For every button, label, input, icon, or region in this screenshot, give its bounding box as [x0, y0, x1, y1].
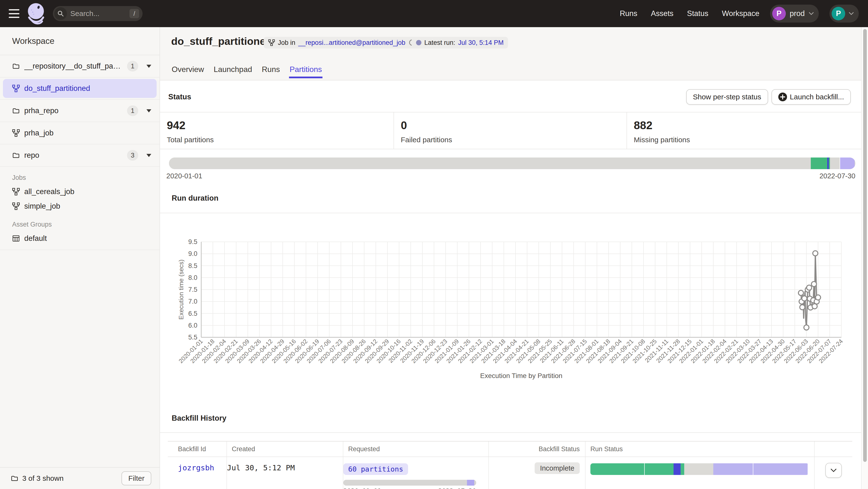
requested-partitions-badge[interactable]: 60 partitions — [343, 463, 408, 475]
y-tick-label: 6.0 — [188, 322, 197, 329]
sidebar-item-default[interactable]: default — [0, 231, 159, 246]
sidebar-item-do-stuff-partitioned[interactable]: do_stuff_partitioned — [0, 77, 159, 100]
expand-row-button[interactable] — [825, 463, 842, 478]
backfill-history-title: Backfill History — [172, 414, 226, 423]
status-section-title: Status — [168, 93, 191, 101]
caret-down-icon[interactable] — [147, 154, 151, 157]
stat-value: 942 — [167, 119, 394, 132]
data-point-marker — [804, 325, 809, 330]
sidebar-item-label: simple_job — [24, 202, 60, 210]
scrollbar-thumb[interactable] — [863, 29, 867, 462]
page-scrollbar[interactable] — [862, 27, 868, 489]
bar-segment — [681, 463, 684, 475]
nav-link-runs[interactable]: Runs — [620, 9, 637, 18]
data-point-marker — [811, 282, 816, 287]
y-axis-label: Execution time (secs) — [178, 260, 185, 320]
column-header-run-status: Run Status — [585, 442, 814, 457]
sidebar-item-label: prha_repo — [24, 106, 123, 115]
partition-status-bar[interactable] — [169, 158, 856, 169]
sidebar-footer: 3 of 3 shown Filter — [0, 467, 159, 489]
stat-label: Failed partitions — [401, 136, 626, 144]
nav-link-assets[interactable]: Assets — [651, 9, 674, 18]
nav-link-status[interactable]: Status — [687, 9, 709, 18]
bar-segment — [811, 158, 827, 169]
bar-segment — [830, 158, 840, 169]
nav-link-workspace[interactable]: Workspace — [722, 9, 760, 18]
sidebar-item--repository-do-stuff-partitio-[interactable]: __repository__do_stuff_partitio...1 — [0, 55, 159, 77]
y-tick-label: 7.0 — [188, 298, 197, 305]
requested-range-bar — [343, 480, 476, 486]
sidebar-item-simple_job[interactable]: simple_job — [0, 199, 159, 214]
folder-icon — [11, 475, 19, 482]
sidebar-item-label: repo — [24, 151, 123, 160]
chevron-down-icon — [809, 12, 814, 15]
folder-icon — [12, 62, 20, 70]
main-content: do_stuff_partitioned Job in __reposi...a… — [160, 27, 862, 489]
search-icon — [54, 7, 67, 20]
caret-down-icon[interactable] — [147, 109, 151, 112]
filter-button[interactable]: Filter — [121, 471, 151, 485]
bar-segment — [684, 463, 713, 475]
dagster-logo-icon[interactable] — [26, 2, 45, 25]
bar-segment — [713, 463, 753, 475]
sidebar-item-all_cereals_job[interactable]: all_cereals_job — [0, 185, 159, 199]
partition-range-start: 2020-01-01 — [166, 172, 202, 180]
data-point-marker — [807, 285, 812, 290]
stat-missing-partitions: 882Missing partitions — [626, 112, 861, 149]
user-menu[interactable]: P — [830, 5, 859, 23]
data-point-marker — [813, 251, 818, 256]
stat-value: 0 — [401, 119, 626, 132]
cell-backfill-status: Incomplete — [488, 457, 585, 489]
sidebar-item-label: default — [24, 234, 47, 243]
data-point-marker — [816, 295, 821, 300]
global-search[interactable]: / — [53, 6, 143, 21]
column-header-backfill-status: Backfill Status — [488, 442, 585, 457]
folder-icon — [12, 152, 20, 159]
requested-range-start: 2020-01-01 — [343, 488, 381, 489]
column-header-created: Created — [226, 442, 343, 457]
cell-requested: 60 partitions 2020-01-01 2022-07-30 — [343, 457, 488, 489]
workspace-sidebar: Workspace __repository__do_stuff_partiti… — [0, 27, 160, 489]
run-status-bar[interactable] — [590, 463, 809, 475]
caret-down-icon[interactable] — [147, 65, 151, 68]
sidebar-section-jobs: Jobs — [0, 167, 159, 185]
cell-run-status — [585, 457, 814, 489]
y-tick-label: 8.5 — [188, 262, 197, 269]
search-input[interactable] — [70, 9, 129, 18]
item-count-badge: 3 — [127, 150, 138, 161]
show-per-step-status-button[interactable]: Show per-step status — [686, 89, 768, 105]
repos-shown-count: 3 of 3 shown — [22, 474, 121, 483]
y-tick-label: 9.0 — [188, 250, 197, 257]
tab-launchpad[interactable]: Launchpad — [213, 65, 252, 78]
launch-backfill-button[interactable]: Launch backfill... — [772, 89, 851, 105]
y-tick-label: 7.5 — [188, 286, 197, 293]
job-origin-prefix: Job in — [278, 39, 295, 46]
sidebar-item-prha-job[interactable]: prha_job — [0, 122, 159, 144]
column-header-actions — [814, 442, 852, 457]
chevron-down-icon — [848, 12, 854, 15]
stat-label: Missing partitions — [634, 136, 861, 144]
latest-run-label: Latest run: — [424, 39, 455, 46]
page-header: do_stuff_partitioned Job in __reposi...a… — [160, 27, 861, 80]
top-nav-links: RunsAssetsStatusWorkspace — [620, 9, 760, 18]
tab-overview[interactable]: Overview — [171, 65, 205, 78]
partition-range: 2020-01-01 2022-07-30 — [166, 172, 856, 180]
table-row: jozrgsbh Jul 30, 5:12 PM 60 partitions 2… — [168, 457, 852, 489]
menu-icon[interactable] — [9, 9, 20, 18]
partition-range-end: 2022-07-30 — [819, 172, 856, 180]
sidebar-item-prha-repo[interactable]: prha_repo1 — [0, 100, 159, 122]
run-status-dot — [416, 40, 422, 45]
sidebar-item-repo[interactable]: repo3 — [0, 144, 159, 167]
latest-run-link[interactable]: Jul 30, 5:14 PM — [458, 39, 504, 46]
job-origin-link[interactable]: __reposi...artitioned@partitioned_job — [298, 39, 405, 46]
show-per-step-status-label: Show per-step status — [693, 93, 761, 101]
job-icon — [12, 129, 20, 137]
tab-partitions[interactable]: Partitions — [289, 65, 322, 78]
job-origin-badge: Job in __reposi...artitioned@partitioned… — [264, 37, 420, 48]
deployment-switcher[interactable]: P prod — [770, 5, 819, 23]
bar-segment — [474, 480, 476, 486]
backfill-id-link[interactable]: jozrgsbh — [178, 463, 214, 472]
cell-backfill-id: jozrgsbh — [168, 457, 226, 489]
tab-runs[interactable]: Runs — [261, 65, 281, 78]
stat-failed-partitions: 0Failed partitions — [394, 112, 626, 149]
